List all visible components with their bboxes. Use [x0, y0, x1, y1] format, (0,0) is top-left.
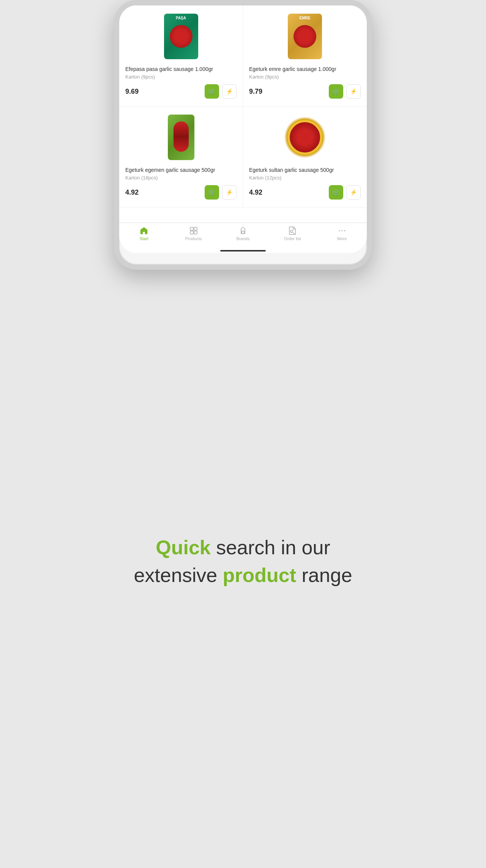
nav-label-products: Products: [185, 236, 202, 241]
product-image-container-sultan: [249, 113, 361, 162]
empty-card-left: [119, 208, 243, 223]
bottom-navigation: Start Products Brand: [119, 223, 367, 247]
marketing-section: Quick search in our extensive product ra…: [0, 270, 486, 868]
svg-point-6: [341, 230, 342, 231]
quick-order-egemen[interactable]: ⚡: [222, 185, 237, 200]
svg-rect-0: [190, 227, 193, 230]
phone-frame: Efepasa pasa garlic sausage 1.000gr Kart…: [114, 0, 372, 270]
cart-icon: 🛒: [208, 88, 216, 95]
product-footer-emre: 9.79 🛒 ⚡: [249, 84, 361, 99]
add-to-cart-emre[interactable]: 🛒: [329, 84, 343, 99]
product-name-egemen: Egeturk egemen garlic sausage 500gr: [125, 167, 237, 173]
product-image-sultan: [284, 116, 326, 158]
svg-rect-1: [194, 227, 197, 230]
flash-icon-sultan: ⚡: [350, 189, 357, 196]
nav-item-order-list[interactable]: Order list: [268, 226, 317, 241]
empty-card-right: [243, 208, 367, 223]
product-price-emre: 9.79: [249, 88, 326, 96]
phone-screen: Efepasa pasa garlic sausage 1.000gr Kart…: [119, 5, 367, 253]
products-icon: [189, 226, 198, 235]
svg-point-7: [344, 230, 345, 231]
nav-label-start: Start: [140, 236, 148, 241]
product-unit-egemen: Karton (18pcs): [125, 175, 237, 181]
marketing-range: range: [296, 564, 352, 586]
product-unit-sultan: Karton (12pcs): [249, 175, 361, 181]
product-card-emre: Egeturk emre garlic sausage 1.000gr Kart…: [243, 6, 367, 107]
cart-icon-emre: 🛒: [332, 88, 340, 95]
flash-icon: ⚡: [226, 88, 233, 95]
quick-order-pasa[interactable]: ⚡: [222, 84, 237, 99]
home-bar: [220, 250, 266, 252]
add-to-cart-egemen[interactable]: 🛒: [205, 185, 219, 200]
nav-item-products[interactable]: Products: [169, 226, 218, 241]
product-name-sultan: Egeturk sultan garlic sausage 500gr: [249, 167, 361, 173]
product-card-pasa: Efepasa pasa garlic sausage 1.000gr Kart…: [119, 6, 243, 107]
product-image-container: [125, 12, 237, 61]
product-image-egemen: [168, 115, 194, 160]
product-image-emre: [288, 14, 322, 59]
product-unit-emre: Karton (9pcs): [249, 74, 361, 80]
product-image-container-egemen: [125, 113, 237, 162]
product-footer-pasa: 9.69 🛒 ⚡: [125, 84, 237, 99]
add-to-cart-pasa[interactable]: 🛒: [205, 84, 219, 99]
svg-point-5: [339, 230, 340, 231]
phone-wrapper: Efepasa pasa garlic sausage 1.000gr Kart…: [106, 0, 380, 270]
marketing-quick: Quick: [156, 536, 211, 558]
marketing-extensive: extensive: [134, 564, 222, 586]
cart-icon-sultan: 🛒: [332, 189, 340, 196]
product-card-sultan: Egeturk sultan garlic sausage 500gr Kart…: [243, 107, 367, 208]
flash-icon-egemen: ⚡: [226, 189, 233, 196]
svg-rect-3: [194, 231, 197, 234]
cart-icon-egemen: 🛒: [208, 189, 216, 196]
product-name-pasa: Efepasa pasa garlic sausage 1.000gr: [125, 66, 237, 72]
quick-order-sultan[interactable]: ⚡: [346, 185, 361, 200]
svg-rect-2: [190, 231, 193, 234]
home-indicator: [119, 247, 367, 253]
brands-icon: [238, 226, 248, 235]
product-unit-pasa: Karton (9pcs): [125, 74, 237, 80]
product-price-sultan: 4.92: [249, 189, 326, 197]
product-name-emre: Egeturk emre garlic sausage 1.000gr: [249, 66, 361, 72]
product-price-egemen: 4.92: [125, 189, 202, 197]
order-list-icon: [288, 226, 297, 235]
product-grid: Efepasa pasa garlic sausage 1.000gr Kart…: [119, 5, 367, 223]
add-to-cart-sultan[interactable]: 🛒: [329, 185, 343, 200]
marketing-headline: Quick search in our extensive product ra…: [134, 534, 352, 589]
nav-label-more: More: [337, 236, 347, 241]
product-footer-egemen: 4.92 🛒 ⚡: [125, 185, 237, 200]
product-footer-sultan: 4.92 🛒 ⚡: [249, 185, 361, 200]
nav-item-brands[interactable]: Brands: [218, 226, 268, 241]
more-icon: [338, 226, 347, 235]
svg-point-4: [290, 230, 293, 233]
nav-label-brands: Brands: [237, 236, 250, 241]
quick-order-emre[interactable]: ⚡: [346, 84, 361, 99]
product-image-container-emre: [249, 12, 361, 61]
marketing-text-1: search in our: [211, 536, 330, 558]
product-price-pasa: 9.69: [125, 88, 202, 96]
marketing-product: product: [223, 564, 297, 586]
nav-item-more[interactable]: More: [317, 226, 367, 241]
product-image-pasa: [164, 14, 198, 59]
nav-item-start[interactable]: Start: [119, 226, 169, 241]
nav-label-order-list: Order list: [284, 236, 301, 241]
home-icon: [139, 226, 148, 235]
product-card-egemen: Egeturk egemen garlic sausage 500gr Kart…: [119, 107, 243, 208]
flash-icon-emre: ⚡: [350, 88, 357, 95]
